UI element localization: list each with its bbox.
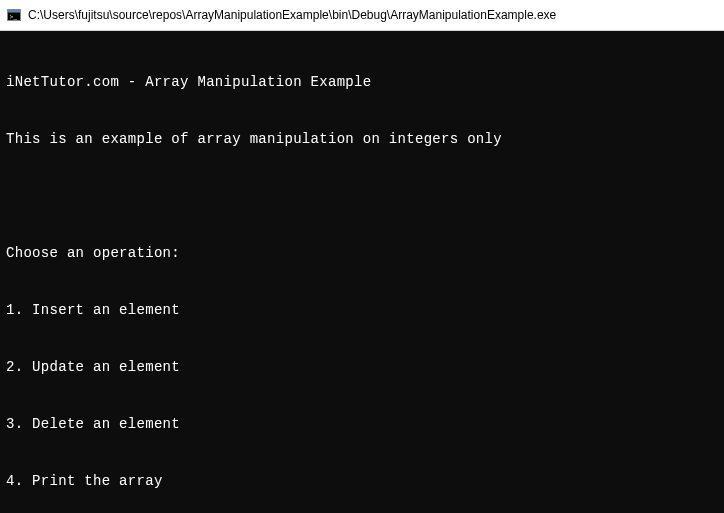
console-line: 4. Print the array bbox=[6, 472, 722, 491]
console-line: 2. Update an element bbox=[6, 358, 722, 377]
titlebar[interactable]: >_ C:\Users\fujitsu\source\repos\ArrayMa… bbox=[0, 0, 724, 31]
console-window: >_ C:\Users\fujitsu\source\repos\ArrayMa… bbox=[0, 0, 724, 513]
console-line: Choose an operation: bbox=[6, 244, 722, 263]
console-line: 1. Insert an element bbox=[6, 301, 722, 320]
console-output[interactable]: iNetTutor.com - Array Manipulation Examp… bbox=[0, 31, 724, 513]
console-line: iNetTutor.com - Array Manipulation Examp… bbox=[6, 73, 722, 92]
console-line: This is an example of array manipulation… bbox=[6, 130, 722, 149]
window-title: C:\Users\fujitsu\source\repos\ArrayManip… bbox=[28, 8, 556, 22]
console-line: 3. Delete an element bbox=[6, 415, 722, 434]
console-line bbox=[6, 187, 722, 206]
svg-text:>_: >_ bbox=[10, 13, 18, 21]
console-app-icon: >_ bbox=[6, 7, 22, 23]
